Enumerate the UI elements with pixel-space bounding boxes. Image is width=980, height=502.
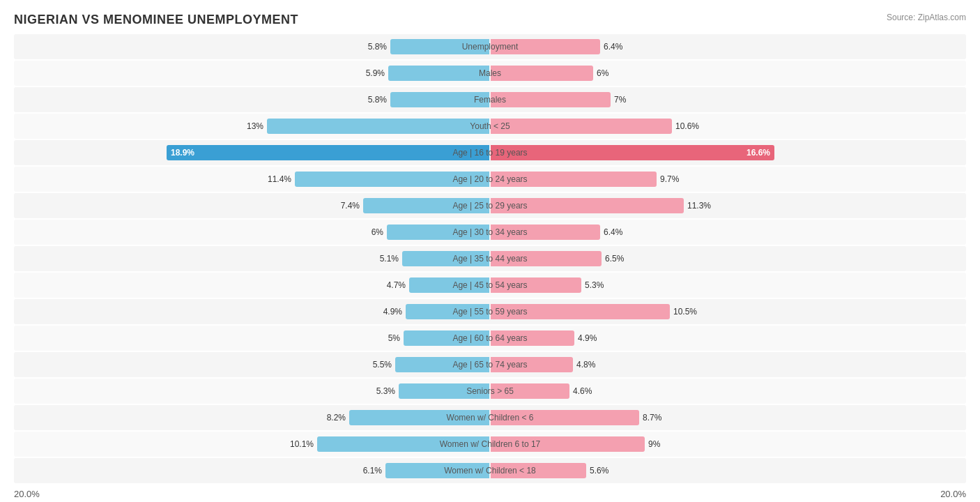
right-bar-container: 10.5% (490, 299, 966, 324)
bar-right-value: 4.6% (573, 386, 592, 396)
bar-right-value: 5.3% (585, 280, 604, 290)
axis-left: 20.0% (14, 489, 490, 499)
left-bar-container: 5.1% (14, 246, 490, 271)
bar-left-value: 7.4% (341, 201, 360, 211)
left-bar-container: 5.3% (14, 379, 490, 404)
bar-left-value: 10.1% (290, 439, 314, 449)
bar-left-value: 8.2% (327, 413, 346, 423)
axis-right: 20.0% (490, 489, 966, 499)
chart-row: 5.8%Females7% (14, 87, 966, 112)
right-bar-container: 4.9% (490, 326, 966, 351)
chart-row: 4.7%Age | 45 to 54 years5.3% (14, 273, 966, 298)
left-bar-container: 5% (14, 326, 490, 351)
bar-right-value: 9.7% (660, 174, 679, 184)
bar-right: 4.9% (491, 330, 574, 346)
bar-right: 7% (491, 92, 611, 107)
right-bar-container: 6.4% (490, 220, 966, 245)
left-bar-container: 8.2% (14, 405, 490, 430)
bar-left-value: 5.5% (373, 360, 392, 370)
left-bar-container: 10.1% (14, 432, 490, 457)
bar-right: 10.5% (491, 304, 670, 319)
chart-row: 10.1%Women w/ Children 6 to 179% (14, 432, 966, 457)
left-bar-container: 4.9% (14, 299, 490, 324)
chart-row: 13%Youth < 2510.6% (14, 114, 966, 139)
chart-row: 4.9%Age | 55 to 59 years10.5% (14, 299, 966, 324)
bar-right: 8.7% (491, 410, 639, 425)
bar-right-value: 10.5% (673, 307, 697, 317)
bar-left: 18.9% (167, 145, 489, 160)
bar-right-value: 4.9% (578, 333, 597, 343)
bar-right-value: 16.6% (747, 148, 770, 158)
bar-left-value: 5.9% (366, 68, 385, 78)
bar-right: 9% (491, 436, 645, 452)
right-bar-container: 5.3% (490, 273, 966, 298)
bar-left-value: 11.4% (268, 174, 291, 184)
bar-left-value: 5.1% (380, 254, 399, 264)
chart-title: NIGERIAN VS MENOMINEE UNEMPLOYMENT (14, 13, 966, 27)
left-bar-container: 5.5% (14, 352, 490, 377)
bar-left-value: 4.7% (387, 280, 406, 290)
bar-right: 6.4% (491, 39, 600, 54)
bar-right: 5.3% (491, 277, 581, 293)
left-bar-container: 6% (14, 220, 490, 245)
bar-left: 13% (267, 119, 489, 134)
right-bar-container: 6.5% (490, 246, 966, 271)
bar-left: 5.5% (395, 357, 489, 372)
bar-right: 9.7% (491, 172, 657, 187)
bar-left: 8.2% (349, 410, 489, 425)
chart-row: 18.9%Age | 16 to 19 years16.6% (14, 140, 966, 165)
left-bar-container: 18.9% (14, 140, 490, 165)
bar-right-value: 6.4% (604, 227, 622, 237)
bar-left-value: 4.9% (383, 307, 402, 317)
bar-left: 5.1% (402, 251, 489, 266)
left-bar-container: 11.4% (14, 167, 490, 192)
right-bar-container: 4.8% (490, 352, 966, 377)
left-bar-container: 5.9% (14, 61, 490, 86)
bar-left-value: 5.8% (368, 42, 387, 52)
bar-left: 11.4% (295, 172, 489, 187)
bar-right-value: 4.8% (576, 360, 595, 370)
bar-left: 7.4% (363, 198, 489, 213)
chart-row: 6%Age | 30 to 34 years6.4% (14, 220, 966, 245)
bar-left-value: 5.3% (376, 386, 395, 396)
chart-row: 8.2%Women w/ Children < 68.7% (14, 405, 966, 430)
bar-right: 11.3% (491, 198, 684, 213)
bar-left: 6.1% (385, 463, 489, 478)
bar-left-value: 13% (247, 121, 263, 131)
right-bar-container: 7% (490, 87, 966, 112)
bar-left: 5% (404, 330, 489, 346)
right-bar-container: 9% (490, 432, 966, 457)
bar-right-value: 10.6% (675, 121, 699, 131)
bar-left: 6% (387, 225, 489, 240)
right-bar-container: 16.6% (490, 140, 966, 165)
left-bar-container: 5.8% (14, 34, 490, 59)
bar-right-value: 6.5% (605, 254, 624, 264)
right-bar-container: 6.4% (490, 34, 966, 59)
bar-left: 4.9% (406, 304, 489, 319)
axis-row: 20.0% 20.0% (14, 489, 966, 499)
bar-right-value: 9% (648, 439, 660, 449)
right-bar-container: 4.6% (490, 379, 966, 404)
left-bar-container: 13% (14, 114, 490, 139)
bar-left: 4.7% (409, 277, 489, 293)
source-label: Source: ZipAtlas.com (887, 13, 966, 22)
right-bar-container: 5.6% (490, 458, 966, 483)
bar-right-value: 6% (597, 68, 608, 78)
left-bar-container: 6.1% (14, 458, 490, 483)
bar-right: 10.6% (491, 119, 672, 134)
bar-right-value: 8.7% (643, 413, 661, 423)
chart-row: 5.3%Seniors > 654.6% (14, 379, 966, 404)
bar-left-value: 5.8% (368, 95, 387, 105)
bar-right: 5.6% (491, 463, 586, 478)
right-bar-container: 9.7% (490, 167, 966, 192)
chart-row: 5.5%Age | 65 to 74 years4.8% (14, 352, 966, 377)
bar-right: 6.5% (491, 251, 602, 266)
bar-right: 4.6% (491, 383, 569, 399)
chart-row: 5.9%Males6% (14, 61, 966, 86)
bar-left: 5.8% (390, 92, 489, 107)
right-bar-container: 10.6% (490, 114, 966, 139)
chart-row: 6.1%Women w/ Children < 185.6% (14, 458, 966, 483)
bar-left-value: 18.9% (171, 148, 194, 158)
bar-right-value: 6.4% (604, 42, 622, 52)
chart-row: 11.4%Age | 20 to 24 years9.7% (14, 167, 966, 192)
